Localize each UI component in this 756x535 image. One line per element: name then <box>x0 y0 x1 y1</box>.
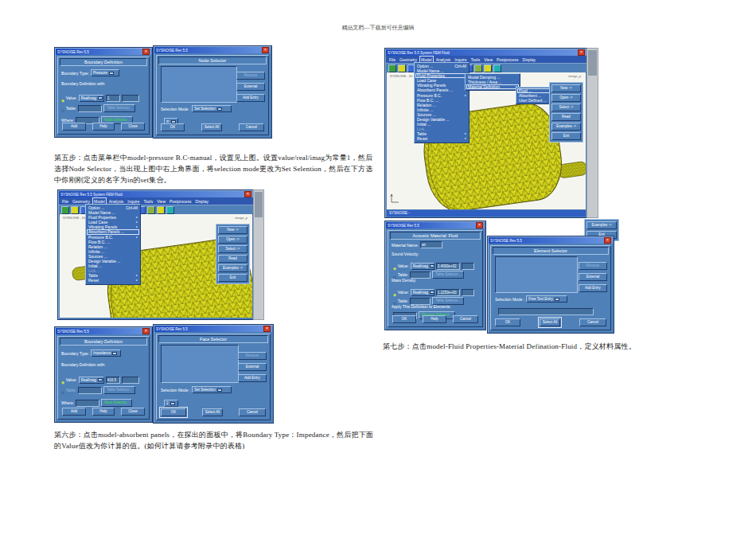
menu-item[interactable]: Reset <box>415 136 468 141</box>
add-entry-button[interactable]: Add Entry <box>236 94 265 102</box>
table-input[interactable] <box>78 387 102 394</box>
table-selector-button[interactable]: Table Selector... <box>103 386 135 394</box>
remove-button[interactable]: Remove <box>238 352 267 360</box>
add-entry-button[interactable]: Add Entry <box>579 284 607 292</box>
menu-analysis[interactable]: Analysis <box>109 199 124 204</box>
scrollbar-thumb[interactable] <box>255 192 263 217</box>
external-button[interactable]: External <box>579 273 607 281</box>
add-button[interactable]: Add <box>62 123 86 131</box>
ok-button[interactable]: OK <box>392 315 416 323</box>
menu-view[interactable]: View <box>484 57 493 62</box>
help-button[interactable]: Help <box>423 315 446 323</box>
menu-file[interactable]: File <box>62 199 68 204</box>
selection-mode-combo[interactable]: Free Text Entry <box>526 295 567 303</box>
close-icon[interactable] <box>142 49 150 55</box>
scrollbar[interactable] <box>253 189 264 320</box>
toolbar-icon[interactable] <box>493 64 501 72</box>
select-all-button[interactable]: Select All <box>201 123 223 131</box>
select-all-button[interactable]: Select All <box>540 318 561 326</box>
remove-button[interactable]: Remove <box>579 262 607 270</box>
help-button[interactable]: Help <box>92 408 115 416</box>
ok-button[interactable]: OK <box>161 408 186 416</box>
cancel-button[interactable]: Cancel <box>579 318 606 326</box>
close-icon[interactable] <box>263 326 271 332</box>
toolbar-icon[interactable] <box>71 206 79 214</box>
exit-button[interactable]: Exit <box>218 274 247 282</box>
close-icon[interactable] <box>476 222 483 228</box>
menu-model[interactable]: Model <box>421 57 432 62</box>
menu-geometry[interactable]: Geometry <box>72 199 90 204</box>
menu-tools[interactable]: Tools <box>144 199 154 204</box>
toolbar-icon[interactable] <box>474 64 482 72</box>
menu-item-material-definition[interactable]: Material Definition <box>466 84 519 89</box>
close-icon[interactable] <box>244 191 251 197</box>
free-text-input[interactable] <box>498 308 594 315</box>
boundary-type-combo[interactable]: Pressure <box>91 69 119 76</box>
read-button[interactable]: Read <box>551 113 581 121</box>
dialog-titlebar[interactable]: SYSNOISE Rev 5.5 <box>56 49 151 55</box>
dialog-titlebar[interactable]: SYSNOISE Rev 5.5 <box>56 328 151 334</box>
toolbar-icon[interactable] <box>157 206 165 214</box>
toolbar-icon[interactable] <box>484 64 492 72</box>
table-selector-button[interactable]: Table Selector... <box>432 271 464 279</box>
close-icon[interactable] <box>142 328 150 334</box>
examples-button[interactable]: Examples -> <box>551 123 581 131</box>
scrollbar[interactable] <box>586 48 598 218</box>
material-name-input[interactable]: air <box>420 241 442 248</box>
ok-button[interactable]: OK <box>495 318 520 326</box>
selection-mode-combo[interactable]: Set Selection <box>192 386 232 393</box>
set-name-combo[interactable]: 2 <box>164 400 178 407</box>
menu-file[interactable]: File <box>389 57 396 62</box>
external-button[interactable]: External <box>236 83 265 91</box>
menu-display[interactable]: Display <box>196 199 208 204</box>
new-button[interactable]: New -> <box>218 226 247 234</box>
select-all-button[interactable]: Select All <box>202 408 224 416</box>
menu-item[interactable]: Reset <box>87 278 139 283</box>
window-titlebar[interactable]: SYSNOISE Rev 5.5 System FEM Fluid <box>386 49 586 56</box>
external-button[interactable]: External <box>238 363 267 371</box>
select-button[interactable]: Select -> <box>551 103 581 111</box>
cancel-button[interactable]: Cancel <box>239 408 266 416</box>
where-input[interactable] <box>76 400 99 407</box>
examples-button[interactable]: Examples -> <box>586 221 617 229</box>
toolbar-icon[interactable] <box>147 206 155 214</box>
scrollbar-thumb[interactable] <box>588 50 597 76</box>
menu-display[interactable]: Display <box>523 57 536 62</box>
ok-button[interactable]: OK <box>161 123 185 131</box>
selection-listbox[interactable] <box>161 66 237 103</box>
add-button[interactable]: Add <box>62 408 86 416</box>
dialog-titlebar[interactable]: SYSNOISE Rev 5.5 <box>154 326 272 332</box>
open-button[interactable]: Open -> <box>218 236 247 244</box>
toolbar-icon[interactable] <box>166 206 174 214</box>
exit-button[interactable]: Exit <box>551 132 581 140</box>
menu-analysis[interactable]: Analysis <box>436 57 451 62</box>
window-titlebar[interactable]: SYSNOISE Rev 5.5 System FEM Fluid <box>59 191 253 197</box>
dialog-titlebar[interactable]: SYSNOISE Rev 5.5 <box>386 222 485 228</box>
read-button[interactable]: Read <box>218 255 247 263</box>
menu-view[interactable]: View <box>157 199 166 204</box>
menu-postprocess[interactable]: Postprocess <box>170 199 192 204</box>
toolbar-icon[interactable] <box>398 64 406 72</box>
menu-geometry[interactable]: Geometry <box>399 57 417 62</box>
close-button[interactable]: Close <box>121 123 145 131</box>
select-button[interactable]: Select -> <box>218 245 247 253</box>
menu-inquire[interactable]: Inquire <box>454 57 466 62</box>
add-entry-button[interactable]: Add Entry <box>238 374 267 382</box>
menu-tools[interactable]: Tools <box>471 57 481 62</box>
open-button[interactable]: Open -> <box>551 94 581 102</box>
menu-model[interactable]: Model <box>94 199 105 204</box>
close-button[interactable]: Close <box>121 408 145 416</box>
boundary-type-combo[interactable]: Impedance <box>91 350 121 357</box>
remove-button[interactable]: Remove <box>236 72 265 80</box>
new-button[interactable]: New -> <box>551 84 581 92</box>
menu-postprocess[interactable]: Postprocess <box>497 57 519 62</box>
cancel-button[interactable]: Cancel <box>239 123 264 131</box>
dialog-titlebar[interactable]: SYSNOISE Rev 5.5 <box>154 47 271 53</box>
selection-mode-combo[interactable]: Set Selection <box>192 105 232 112</box>
table-selector-button[interactable]: Table Selector... <box>103 104 135 112</box>
table-radio[interactable] <box>61 101 64 115</box>
examples-button[interactable]: Examples -> <box>218 264 247 272</box>
toolbar-icon[interactable] <box>388 64 396 72</box>
close-icon[interactable] <box>262 47 269 53</box>
table-radio[interactable] <box>61 383 64 397</box>
